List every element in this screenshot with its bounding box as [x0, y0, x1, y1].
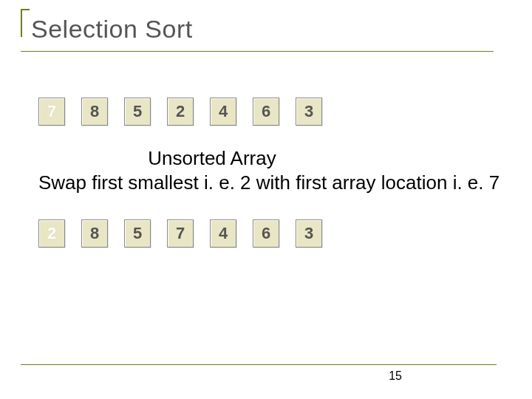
array-cell: 2: [167, 98, 194, 126]
corner-decoration: [21, 9, 30, 37]
caption-line-2: Swap first smallest i. e. 2 with first a…: [38, 171, 499, 194]
array-cell: 8: [81, 98, 108, 126]
title-block: Selection Sort: [21, 9, 511, 48]
array-cell: 7: [38, 98, 65, 126]
array-cell: 8: [81, 219, 108, 248]
array-cell: 3: [296, 219, 322, 248]
caption-block: Unsorted Array Swap first smallest i. e.…: [38, 146, 511, 194]
array-cell: 3: [296, 98, 322, 126]
array-row-2: 2 8 5 7 4 6 3: [38, 219, 511, 248]
array-cell: 6: [253, 98, 279, 126]
slide: Selection Sort 7 8 5 2 4 6 3 Unsorted Ar…: [0, 0, 532, 399]
array-cell: 7: [167, 219, 194, 248]
footer-line: [21, 364, 497, 365]
array-row-1: 7 8 5 2 4 6 3: [38, 98, 511, 126]
page-number: 15: [389, 369, 402, 383]
page-title: Selection Sort: [31, 15, 511, 44]
array-cell: 5: [124, 98, 151, 126]
array-cell: 2: [38, 219, 65, 248]
array-cell: 5: [124, 219, 151, 248]
array-cell: 4: [210, 219, 236, 248]
content-area: 7 8 5 2 4 6 3 Unsorted Array Swap first …: [21, 52, 511, 248]
caption-line-1: Unsorted Array: [38, 146, 386, 171]
array-cell: 6: [253, 219, 279, 248]
array-cell: 4: [210, 98, 236, 126]
